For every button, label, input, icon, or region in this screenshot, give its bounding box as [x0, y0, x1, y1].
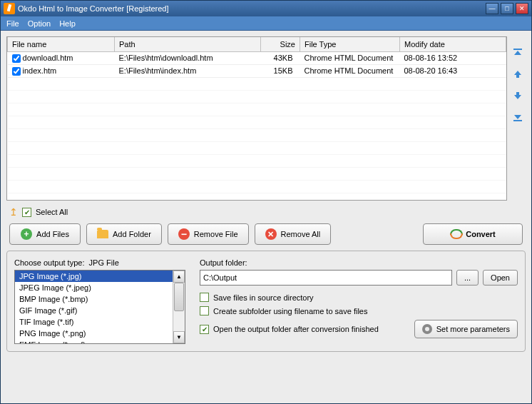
list-item[interactable]: PNG Image (*.png) [15, 328, 173, 339]
app-icon [4, 3, 15, 14]
browse-button[interactable]: ... [456, 270, 479, 286]
list-item[interactable]: JPG Image (*.jpg) [15, 271, 173, 282]
move-top-button[interactable] [511, 46, 524, 59]
convert-icon [450, 228, 461, 240]
column-path[interactable]: Path [115, 37, 261, 51]
row-checkbox[interactable] [12, 54, 21, 63]
output-folder-label: Output folder: [200, 258, 518, 267]
output-type-current: JPG File [89, 258, 119, 267]
move-down-button[interactable] [511, 89, 524, 102]
minus-icon: − [178, 228, 190, 240]
set-more-parameters-button[interactable]: Set more parameters [414, 320, 518, 338]
menu-option[interactable]: Option [28, 19, 51, 28]
table-row[interactable]: index.htmE:\Files\htm\index.htm15KBChrom… [8, 64, 506, 77]
close-button[interactable]: ✕ [516, 3, 528, 14]
maximize-button[interactable]: □ [501, 3, 513, 14]
remove-file-button[interactable]: −Remove File [168, 223, 249, 245]
list-item[interactable]: JPEG Image (*.jpeg) [15, 282, 173, 293]
convert-button[interactable]: Convert [423, 223, 523, 245]
listbox-scrollbar[interactable]: ▲ ▼ [173, 271, 185, 343]
create-subfolder-checkbox[interactable] [200, 306, 209, 315]
file-list[interactable]: File name Path Size File Type Modify dat… [6, 36, 507, 201]
open-after-checkbox[interactable]: ✔ [200, 325, 209, 334]
gear-icon [422, 324, 432, 334]
list-item[interactable]: EMF Image (*.emf) [15, 339, 173, 343]
open-after-label: Open the output folder after conversion … [213, 325, 379, 333]
column-filetype[interactable]: File Type [300, 37, 400, 51]
add-folder-button[interactable]: Add Folder [86, 223, 162, 245]
open-folder-button[interactable]: Open [483, 270, 518, 286]
column-modifydate[interactable]: Modify date [400, 37, 506, 51]
select-all-label: Select All [36, 208, 68, 216]
window-title: Okdo Html to Image Converter [Registered… [18, 4, 486, 13]
scroll-up-button[interactable]: ▲ [173, 271, 185, 283]
list-item[interactable]: GIF Image (*.gif) [15, 305, 173, 316]
column-size[interactable]: Size [261, 37, 300, 51]
scroll-down-button[interactable]: ▼ [173, 331, 185, 343]
folder-up-icon[interactable]: ↥ [9, 206, 18, 218]
folder-icon [97, 228, 108, 240]
move-bottom-button[interactable] [511, 111, 524, 123]
list-item[interactable]: BMP Image (*.bmp) [15, 293, 173, 305]
remove-all-button[interactable]: ✕Remove All [255, 223, 332, 245]
scroll-thumb[interactable] [174, 283, 184, 311]
minimize-button[interactable]: — [486, 3, 498, 14]
menu-file[interactable]: File [6, 19, 19, 28]
save-in-source-label: Save files in source directory [213, 293, 314, 302]
output-type-listbox[interactable]: JPG Image (*.jpg)JPEG Image (*.jpeg)BMP … [15, 271, 173, 343]
table-row[interactable]: downloadl.htmE:\Files\htm\downloadl.htm4… [8, 51, 506, 64]
menu-help[interactable]: Help [59, 19, 76, 28]
create-subfolder-label: Create subfolder using filename to save … [213, 307, 367, 315]
menubar: File Option Help [1, 16, 531, 31]
plus-icon: + [21, 228, 32, 240]
x-icon: ✕ [265, 228, 277, 240]
save-in-source-checkbox[interactable] [200, 293, 209, 302]
output-folder-input[interactable] [200, 270, 452, 286]
output-type-label: Choose output type: [14, 258, 84, 267]
add-files-button[interactable]: +Add Files [9, 223, 81, 245]
row-checkbox[interactable] [12, 67, 21, 76]
move-up-button[interactable] [511, 68, 524, 81]
titlebar: Okdo Html to Image Converter [Registered… [1, 1, 531, 16]
list-item[interactable]: TIF Image (*.tif) [15, 316, 173, 328]
select-all-checkbox[interactable]: ✔ [22, 208, 31, 217]
column-filename[interactable]: File name [8, 37, 115, 51]
